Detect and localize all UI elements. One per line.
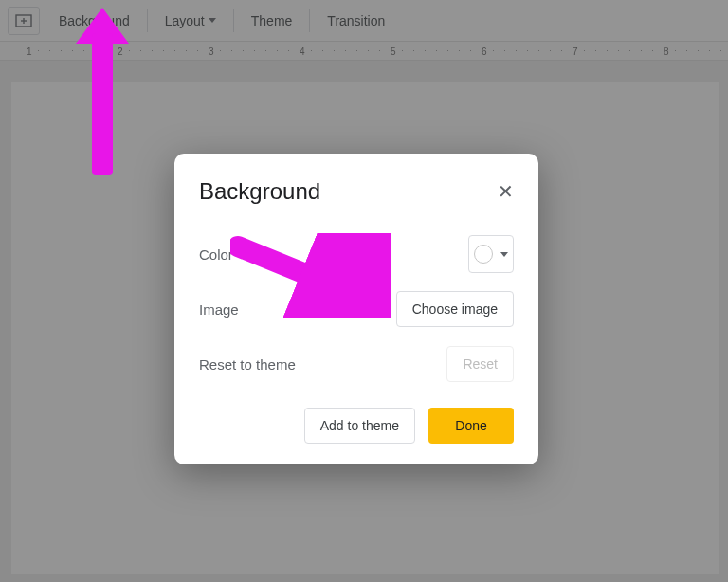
done-button[interactable]: Done — [428, 408, 514, 444]
arrow-diagonal-icon — [238, 246, 359, 296]
reset-button[interactable]: Reset — [446, 346, 514, 382]
ruler-tick-label: 7 — [573, 46, 578, 57]
chevron-down-icon — [209, 18, 216, 23]
close-icon[interactable]: ✕ — [498, 182, 514, 201]
add-to-theme-label: Add to theme — [320, 418, 399, 433]
toolbar-background-label: Background — [59, 13, 130, 28]
dialog-title: Background — [199, 178, 320, 205]
ruler-tick-label: 6 — [482, 46, 487, 57]
reset-button-label: Reset — [463, 356, 498, 372]
ruler-tick-label: 4 — [300, 46, 305, 57]
color-label: Color — [199, 246, 233, 263]
done-label: Done — [455, 418, 486, 433]
toolbar-background-button[interactable]: Background — [51, 7, 137, 35]
toolbar-separator — [233, 9, 234, 32]
color-swatch-icon — [474, 245, 493, 264]
ruler-tick-label: 2 — [118, 46, 123, 57]
dialog-footer: Add to theme Done — [199, 408, 514, 444]
reset-label: Reset to theme — [199, 356, 296, 373]
chevron-down-icon — [500, 252, 508, 257]
tutorial-arrow-diagonal — [230, 233, 391, 318]
new-slide-button[interactable] — [8, 7, 40, 35]
dialog-header: Background ✕ — [199, 178, 514, 205]
toolbar-theme-label: Theme — [251, 13, 293, 28]
toolbar-theme-button[interactable]: Theme — [244, 7, 300, 35]
toolbar-separator — [147, 9, 148, 32]
ruler-tick-label: 8 — [664, 46, 669, 57]
ruler: 12345678 — [0, 42, 728, 61]
color-picker-button[interactable] — [468, 235, 514, 273]
toolbar-layout-label: Layout — [165, 13, 205, 28]
ruler-tick-label: 3 — [209, 46, 214, 57]
new-slide-icon — [15, 14, 32, 27]
toolbar-transition-label: Transition — [327, 13, 385, 28]
dialog-row-reset: Reset to theme Reset — [199, 343, 514, 385]
ruler-tick-label: 5 — [391, 46, 396, 57]
choose-image-label: Choose image — [412, 301, 498, 317]
add-to-theme-button[interactable]: Add to theme — [304, 408, 415, 444]
toolbar-transition-button[interactable]: Transition — [319, 7, 392, 35]
choose-image-button[interactable]: Choose image — [396, 291, 514, 327]
toolbar: Background Layout Theme Transition — [0, 0, 728, 42]
toolbar-layout-button[interactable]: Layout — [157, 7, 224, 35]
ruler-tick-label: 1 — [27, 46, 32, 57]
toolbar-separator — [309, 9, 310, 32]
